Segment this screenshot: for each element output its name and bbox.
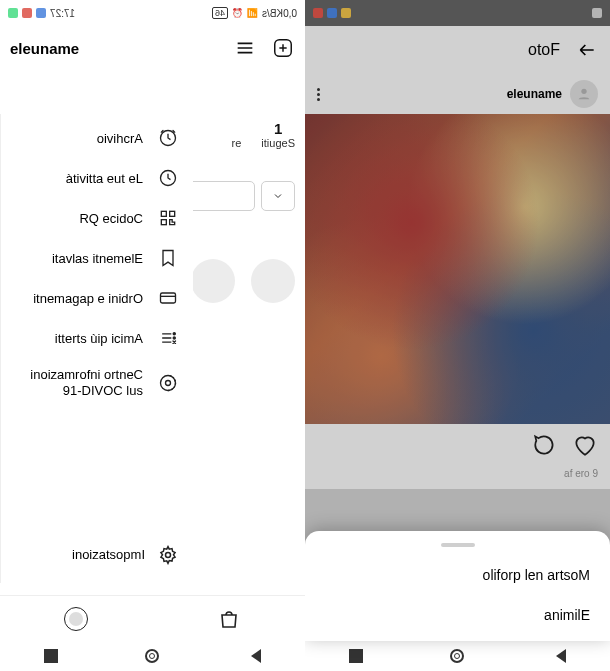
bookmark-icon — [157, 247, 179, 269]
status-app-icon — [22, 8, 32, 18]
menu-item-qr[interactable]: Codice QR — [1, 198, 193, 238]
card-icon — [157, 287, 179, 309]
sheet-item-show-profile[interactable]: Mostra nel profilo — [305, 555, 610, 595]
status-bar-right: 17:27 0,0KB/s 📶 ⏰ 46 — [0, 0, 305, 26]
nav-recent-icon[interactable] — [44, 649, 58, 663]
back-arrow[interactable] — [576, 39, 598, 61]
menu-item-salvati[interactable]: Elementi salvati — [1, 238, 193, 278]
settings-icon — [157, 544, 179, 566]
post-time: 9 ore fa — [305, 466, 610, 489]
suggested-dropdown[interactable] — [261, 181, 295, 211]
post-actions — [305, 424, 610, 466]
menu-footer-impostazioni[interactable]: Impostazioni — [1, 525, 193, 583]
archive-icon — [157, 127, 179, 149]
photo-header: Foto — [305, 26, 610, 74]
story-circle[interactable] — [251, 259, 295, 303]
profile-username[interactable]: emanuele — [10, 40, 79, 57]
add-post-icon[interactable] — [271, 36, 295, 60]
menu-item-covid[interactable]: Centro informazioni sul COVID-19 — [1, 358, 193, 407]
svg-rect-8 — [161, 220, 166, 225]
post-image[interactable] — [305, 114, 610, 424]
post-avatar[interactable] — [570, 80, 598, 108]
svg-point-10 — [173, 333, 175, 335]
profile-tab-icon[interactable] — [63, 606, 89, 632]
svg-rect-9 — [161, 293, 176, 303]
sheet-handle[interactable] — [441, 543, 475, 547]
profile-header: emanuele — [0, 26, 305, 70]
stat-follower[interactable]: er — [232, 120, 242, 149]
instagram-bottom-nav — [0, 595, 305, 641]
svg-rect-6 — [161, 211, 166, 216]
post-more-icon[interactable] — [317, 88, 320, 101]
nav-recent-icon[interactable] — [349, 649, 363, 663]
like-icon[interactable] — [572, 432, 598, 462]
side-menu: Archivio Le tue attività Codice QR — [0, 114, 193, 583]
nav-home-icon[interactable] — [450, 649, 464, 663]
nav-home-icon[interactable] — [145, 649, 159, 663]
menu-item-ordini[interactable]: Ordini e pagamenti — [1, 278, 193, 318]
battery-icon — [592, 8, 602, 18]
qr-icon — [157, 207, 179, 229]
hamburger-menu-icon[interactable] — [233, 36, 257, 60]
activity-icon — [157, 167, 179, 189]
covid-info-icon — [157, 372, 179, 394]
status-app-icon — [8, 8, 18, 18]
phone-right: 17:27 0,0KB/s 📶 ⏰ 46 emanuele 1 Segui — [0, 0, 305, 671]
app-icon — [313, 8, 323, 18]
status-time: 17:27 — [50, 8, 75, 19]
close-friends-icon — [157, 327, 179, 349]
nav-back-icon[interactable] — [552, 649, 566, 663]
bottom-sheet: Mostra nel profilo Elimina — [305, 531, 610, 641]
status-bar-left — [305, 0, 610, 26]
sheet-item-delete[interactable]: Elimina — [305, 595, 610, 635]
svg-point-0 — [581, 89, 586, 94]
status-app-icon — [36, 8, 46, 18]
svg-point-11 — [173, 337, 175, 339]
svg-rect-7 — [170, 211, 175, 216]
menu-item-attivita[interactable]: Le tue attività — [1, 158, 193, 198]
nav-back-icon[interactable] — [247, 649, 261, 663]
app-icon — [327, 8, 337, 18]
status-net: 0,0KB/s — [262, 8, 297, 19]
android-nav-right — [0, 641, 305, 671]
shop-icon[interactable] — [216, 606, 242, 632]
app-icon — [341, 8, 351, 18]
post-username[interactable]: emanuele — [507, 87, 562, 101]
stat-seguiti[interactable]: 1 Seguiti — [261, 120, 295, 149]
right-content: 1 Seguiti er ^ o — [0, 70, 305, 641]
comment-icon[interactable] — [532, 432, 558, 462]
photo-header-title: Foto — [528, 41, 560, 59]
story-circle[interactable] — [191, 259, 235, 303]
phone-left: Foto emanuele 9 ore fa Mostr — [305, 0, 610, 671]
left-content: Foto emanuele 9 ore fa Mostr — [305, 26, 610, 641]
menu-item-archivio[interactable]: Archivio — [1, 118, 193, 158]
svg-point-13 — [166, 380, 171, 385]
svg-point-14 — [166, 552, 171, 557]
android-nav-left — [305, 641, 610, 671]
post-user-bar: emanuele — [305, 74, 610, 114]
menu-item-amici[interactable]: Amici più stretti — [1, 318, 193, 358]
